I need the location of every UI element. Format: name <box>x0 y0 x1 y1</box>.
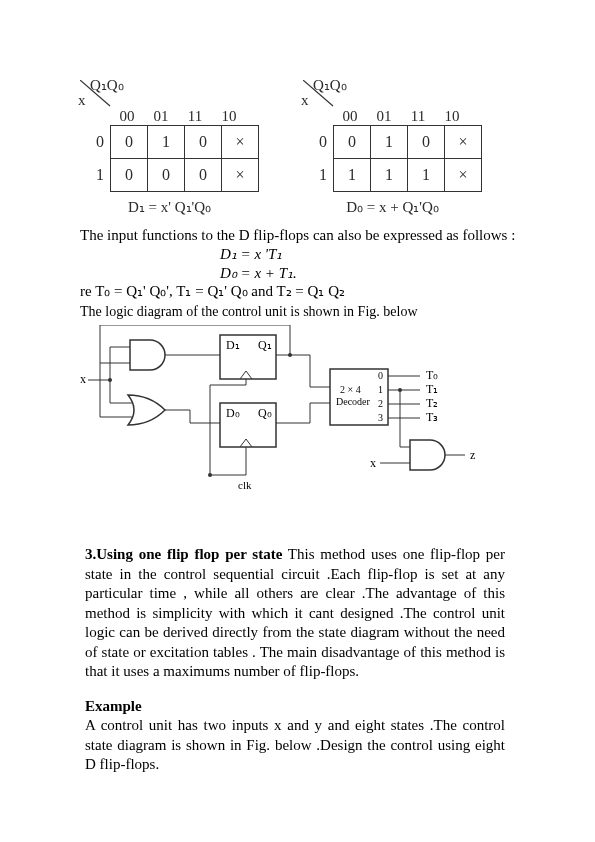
col-label: 10 <box>435 108 469 125</box>
dec-pin-2: 2 <box>378 398 383 409</box>
and-gate-icon <box>130 340 165 370</box>
decoder-label2: Decoder <box>336 396 371 407</box>
kmap-cell: 0 <box>111 159 148 192</box>
svg-point-29 <box>288 353 292 357</box>
col-label: 00 <box>333 108 367 125</box>
section-body: This method uses one flip-flop per state… <box>85 546 505 679</box>
kmap-grid: 0 1 0 × 0 0 0 × <box>110 125 259 192</box>
kmap-cell: 0 <box>185 159 222 192</box>
output-t1: T₁ <box>426 382 438 396</box>
and-input-x: x <box>370 456 376 470</box>
kmap-equation: D₀ = x + Q₁'Q₀ <box>303 198 482 216</box>
row-label: 1 <box>80 160 104 190</box>
ff0-q-label: Q₀ <box>258 406 272 420</box>
or-gate-icon <box>128 395 165 425</box>
section-heading: 3.Using one flip flop per state <box>85 546 282 562</box>
kmap-d0: Q₁Q₀ x 00 01 11 10 0 1 0 1 0 <box>303 80 482 216</box>
row-label: 0 <box>80 127 104 157</box>
figure-region: Q₁Q₀ x 00 01 11 10 0 1 0 1 0 <box>80 80 520 499</box>
kmap-cell: 0 <box>334 126 371 159</box>
kmap-cell: 1 <box>408 159 445 192</box>
kmap-cell: 0 <box>148 159 185 192</box>
body-text: 3.Using one flip flop per state This met… <box>85 530 505 775</box>
kmap-pair: Q₁Q₀ x 00 01 11 10 0 1 0 1 0 <box>80 80 520 216</box>
intro-line: The input functions to the D flip-flops … <box>80 226 520 245</box>
dec-pin-1: 1 <box>378 384 383 395</box>
col-label: 11 <box>178 108 212 125</box>
figure-caption: The logic diagram of the control unit is… <box>80 303 520 321</box>
kmap-row-header: x <box>301 92 309 109</box>
logic-diagram: x D₁ Q₁ D₀ Q₀ clk <box>80 325 480 495</box>
derivation-text: The input functions to the D flip-flops … <box>80 226 520 321</box>
kmap-equation: D₁ = x' Q₁'Q₀ <box>80 198 259 216</box>
row-label: 1 <box>303 160 327 190</box>
section-paragraph: 3.Using one flip flop per state This met… <box>85 545 505 682</box>
col-label: 10 <box>212 108 246 125</box>
and-gate-z-icon <box>410 440 445 470</box>
output-t0: T₀ <box>426 368 438 382</box>
input-x-label: x <box>80 372 86 386</box>
output-t2: T₂ <box>426 396 438 410</box>
dec-pin-0: 0 <box>378 370 383 381</box>
svg-point-20 <box>208 473 212 477</box>
kmap-cell: × <box>222 159 259 192</box>
col-label: 11 <box>401 108 435 125</box>
kmap-cell: × <box>445 126 482 159</box>
example-heading: Example <box>85 697 505 717</box>
dec-pin-3: 3 <box>378 412 383 423</box>
output-t3: T₃ <box>426 410 438 424</box>
example-body: A control unit has two inputs x and y an… <box>85 716 505 775</box>
output-z: z <box>470 448 475 462</box>
kmap-cell: 1 <box>371 126 408 159</box>
kmap-d1: Q₁Q₀ x 00 01 11 10 0 1 0 1 0 <box>80 80 259 216</box>
col-label: 01 <box>144 108 178 125</box>
kmap-row-header: x <box>78 92 86 109</box>
kmap-cell: 1 <box>371 159 408 192</box>
row-label: 0 <box>303 127 327 157</box>
condition-line: re T₀ = Q₁' Q₀', T₁ = Q₁' Q₀ and T₂ = Q₁… <box>80 282 520 301</box>
kmap-cell: 1 <box>334 159 371 192</box>
kmap-cell: 0 <box>408 126 445 159</box>
kmap-grid: 0 1 0 × 1 1 1 × <box>333 125 482 192</box>
kmap-cell: 0 <box>111 126 148 159</box>
equation-line: D₁ = x 'T₁ <box>220 245 520 264</box>
col-label: 01 <box>367 108 401 125</box>
ff1-q-label: Q₁ <box>258 338 272 352</box>
ff1-d-label: D₁ <box>226 338 240 352</box>
decoder-label1: 2 × 4 <box>340 384 361 395</box>
clk-label: clk <box>238 479 252 491</box>
col-label: 00 <box>110 108 144 125</box>
kmap-cell: × <box>445 159 482 192</box>
kmap-cell: 1 <box>148 126 185 159</box>
equation-line: D₀ = x + T₁. <box>220 264 520 283</box>
kmap-cell: × <box>222 126 259 159</box>
kmap-cell: 0 <box>185 126 222 159</box>
svg-point-35 <box>398 388 402 392</box>
ff0-d-label: D₀ <box>226 406 240 420</box>
